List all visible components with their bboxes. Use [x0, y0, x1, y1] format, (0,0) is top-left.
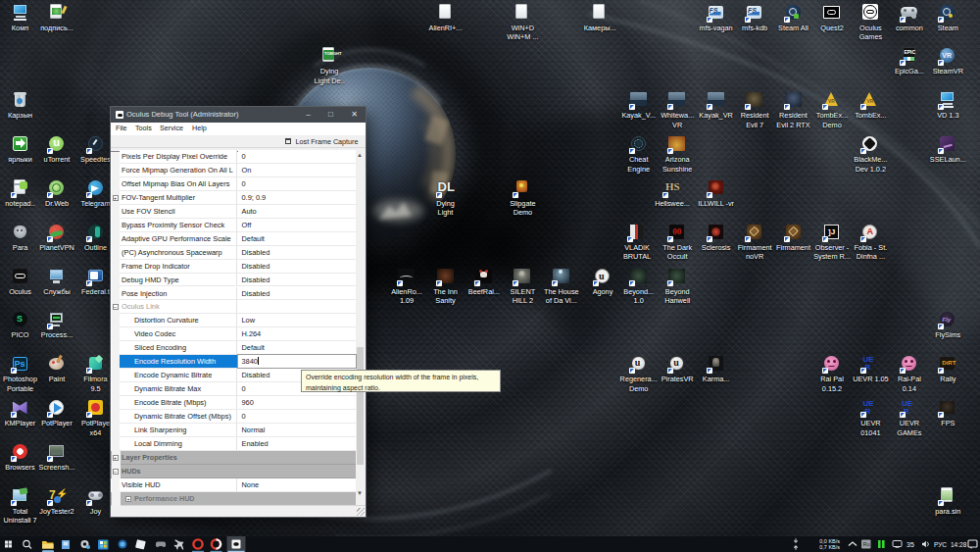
svg-text:Ru: Ru — [863, 541, 870, 547]
svg-text:35: 35 — [906, 541, 914, 548]
svg-text:14:28: 14:28 — [951, 541, 967, 548]
svg-text:РУС: РУС — [934, 541, 947, 548]
